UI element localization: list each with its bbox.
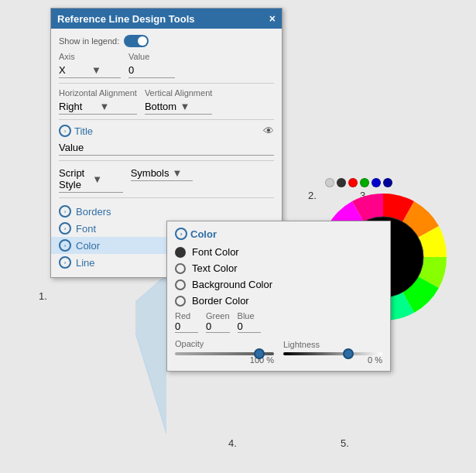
divider-3 [59,160,274,161]
symbols-dropdown[interactable]: Symbols ▼ [131,166,193,181]
swatch-blue[interactable] [372,178,381,187]
color-chevron-icon: › [59,239,71,252]
opacity-slider-track[interactable] [175,352,274,355]
script-style-dropdown[interactable]: Script Style ▼ [59,166,123,193]
lightness-header: Lightness [283,340,382,349]
show-in-legend-label: Show in legend: [59,36,119,46]
axis-dropdown[interactable]: X ▼ [59,63,121,78]
background-color-option[interactable]: Background Color [175,279,382,290]
title-section-link[interactable]: › Title [59,125,93,137]
vertical-arrow-icon: ▼ [180,101,213,112]
borders-chevron-icon: › [59,205,71,218]
script-style-arrow-icon: ▼ [92,173,122,185]
axis-value-row: Axis X ▼ Value 0 [59,52,274,78]
border-color-label: Border Color [192,295,249,307]
green-label: Green [206,311,230,320]
dialog-title-bar: Reference Line Design Tools × [51,9,282,29]
vertical-alignment-dropdown[interactable]: Bottom ▼ [145,99,212,115]
svg-marker-0 [135,275,166,434]
lightness-slider-row [283,352,382,355]
line-label: Line [76,257,95,269]
lightness-slider-group: Lightness 0 % [283,340,382,365]
opacity-unit: % [266,355,274,365]
opacity-slider-group: Opacity 100 % [175,338,274,365]
border-color-radio-icon [175,296,186,307]
value-text-field[interactable]: Value [59,140,274,156]
divider-2 [59,119,274,120]
line-chevron-icon: › [59,256,71,269]
background-color-radio-icon [175,279,186,290]
blue-value[interactable]: 0 [238,320,261,333]
font-color-label: Font Color [192,246,239,258]
rgb-row: Red 0 Green 0 Blue 0 [175,311,382,333]
blue-group: Blue 0 [238,311,261,333]
color-swatches [317,178,461,187]
script-style-label: Script Style [59,167,89,190]
font-chevron-icon: › [59,222,71,235]
axis-group: Axis X ▼ [59,52,121,78]
font-color-option[interactable]: Font Color [175,246,382,258]
red-value[interactable]: 0 [175,320,198,333]
svg-line-2 [135,333,166,434]
show-in-legend-row: Show in legend: [59,35,274,47]
green-group: Green 0 [206,311,230,333]
borders-label: Borders [76,206,111,218]
close-button[interactable]: × [269,12,276,25]
horizontal-alignment-value: Right [59,101,96,112]
dialog-title: Reference Line Design Tools [57,13,194,25]
axis-label: Axis [59,52,121,61]
text-color-radio-icon [175,263,186,274]
lightness-value: 0 [368,355,372,365]
font-label: Font [76,223,96,235]
divider-1 [59,83,274,84]
svg-line-1 [135,275,166,302]
label-2: 2. [308,190,317,201]
red-group: Red 0 [175,311,198,333]
value-label: Value [128,52,175,61]
text-color-option[interactable]: Text Color [175,262,382,274]
blue-label: Blue [238,311,261,320]
background-color-label: Background Color [192,279,272,290]
show-in-legend-toggle[interactable] [124,35,149,47]
lightness-unit: % [375,355,382,365]
horizontal-alignment-dropdown[interactable]: Right ▼ [59,99,137,115]
script-symbols-row: Script Style ▼ Symbols ▼ [59,166,274,193]
lightness-label: Lightness [283,340,320,349]
swatch-navy[interactable] [383,178,392,187]
horizontal-alignment-group: Horizontal Alignment Right ▼ [59,88,137,115]
text-color-label: Text Color [192,262,238,274]
swatch-gray[interactable] [325,178,334,187]
lightness-slider-thumb[interactable] [343,348,354,359]
swatch-red[interactable] [348,178,358,187]
eye-icon[interactable]: 👁 [263,125,274,137]
opacity-label: Opacity [175,339,204,348]
vertical-alignment-value: Bottom [145,101,177,112]
horizontal-arrow-icon: ▼ [99,101,136,112]
alignment-row: Horizontal Alignment Right ▼ Vertical Al… [59,88,274,115]
green-value[interactable]: 0 [206,320,230,333]
script-style-group: Script Style ▼ [59,166,123,193]
font-color-radio-icon [175,247,186,258]
axis-value: X [59,64,88,76]
border-color-option[interactable]: Border Color [175,295,382,307]
label-4: 4. [228,437,237,449]
swatch-black[interactable] [337,178,346,187]
title-row: › Title 👁 [59,125,274,137]
lightness-value-row: 0 % [283,355,382,365]
color-label: Color [76,240,100,252]
color-panel-chevron-icon: › [175,228,187,240]
color-panel-title: › Color [175,228,382,240]
label-1: 1. [39,290,47,302]
red-label: Red [175,311,198,320]
symbols-label: Symbols [131,167,170,179]
color-panel: › Color Font Color Text Color Background… [166,221,391,372]
menu-item-borders[interactable]: › Borders [59,203,274,220]
lightness-slider-track[interactable] [283,352,382,355]
value-input[interactable]: 0 [128,63,175,78]
swatch-green[interactable] [360,178,369,187]
vertical-alignment-group: Vertical Alignment Bottom ▼ [145,88,212,115]
vertical-alignment-label: Vertical Alignment [145,88,212,98]
label-5: 5. [341,437,349,449]
title-section-label: Title [74,125,93,137]
symbols-arrow-icon: ▼ [172,167,192,179]
